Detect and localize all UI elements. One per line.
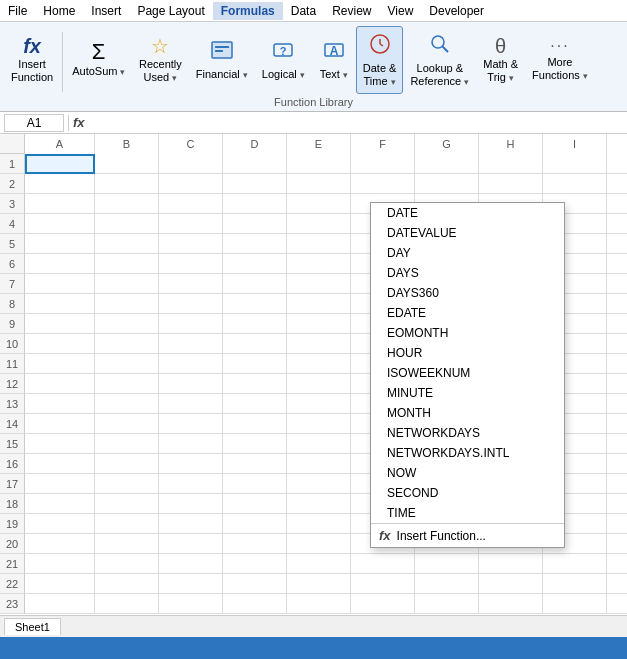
dropdown-item-date[interactable]: DATE — [371, 203, 564, 223]
cell-J8[interactable] — [607, 294, 627, 314]
formula-input[interactable] — [89, 116, 623, 130]
cell-C23[interactable] — [159, 594, 223, 614]
cell-D19[interactable] — [223, 514, 287, 534]
cell-C13[interactable] — [159, 394, 223, 414]
cell-E6[interactable] — [287, 254, 351, 274]
cell-E5[interactable] — [287, 234, 351, 254]
cell-J11[interactable] — [607, 354, 627, 374]
cell-B12[interactable] — [95, 374, 159, 394]
cell-D13[interactable] — [223, 394, 287, 414]
cell-F1[interactable] — [351, 154, 415, 174]
col-header-g[interactable]: G — [415, 134, 479, 154]
cell-B5[interactable] — [95, 234, 159, 254]
cell-C3[interactable] — [159, 194, 223, 214]
cell-I23[interactable] — [543, 594, 607, 614]
dropdown-item-month[interactable]: MONTH — [371, 403, 564, 423]
col-header-a[interactable]: A — [25, 134, 95, 154]
cell-A17[interactable] — [25, 474, 95, 494]
cell-A6[interactable] — [25, 254, 95, 274]
cell-D16[interactable] — [223, 454, 287, 474]
insert-function-footer[interactable]: fx Insert Function... — [371, 523, 564, 547]
lookup-reference-btn[interactable]: Lookup &Reference ▾ — [403, 26, 476, 94]
dropdown-item-day[interactable]: DAY — [371, 243, 564, 263]
cell-F2[interactable] — [351, 174, 415, 194]
cell-D1[interactable] — [223, 154, 287, 174]
cell-H2[interactable] — [479, 174, 543, 194]
cell-A10[interactable] — [25, 334, 95, 354]
cell-C6[interactable] — [159, 254, 223, 274]
cell-E22[interactable] — [287, 574, 351, 594]
cell-J19[interactable] — [607, 514, 627, 534]
cell-A23[interactable] — [25, 594, 95, 614]
cell-D9[interactable] — [223, 314, 287, 334]
menu-formulas[interactable]: Formulas — [213, 2, 283, 20]
cell-G23[interactable] — [415, 594, 479, 614]
cell-J23[interactable] — [607, 594, 627, 614]
cell-D14[interactable] — [223, 414, 287, 434]
cell-J4[interactable] — [607, 214, 627, 234]
cell-J3[interactable] — [607, 194, 627, 214]
cell-E18[interactable] — [287, 494, 351, 514]
cell-D15[interactable] — [223, 434, 287, 454]
cell-F22[interactable] — [351, 574, 415, 594]
autosum-btn[interactable]: Σ AutoSum ▾ — [65, 26, 132, 94]
cell-C7[interactable] — [159, 274, 223, 294]
sheet-tab-sheet1[interactable]: Sheet1 — [4, 618, 61, 635]
dropdown-item-networkdaysintl[interactable]: NETWORKDAYS.INTL — [371, 443, 564, 463]
recently-used-btn[interactable]: ☆ RecentlyUsed ▾ — [132, 26, 189, 94]
cell-C12[interactable] — [159, 374, 223, 394]
cell-B17[interactable] — [95, 474, 159, 494]
cell-E3[interactable] — [287, 194, 351, 214]
cell-G22[interactable] — [415, 574, 479, 594]
dropdown-item-datevalue[interactable]: DATEVALUE — [371, 223, 564, 243]
cell-B2[interactable] — [95, 174, 159, 194]
cell-A11[interactable] — [25, 354, 95, 374]
cell-C8[interactable] — [159, 294, 223, 314]
cell-A2[interactable] — [25, 174, 95, 194]
cell-B13[interactable] — [95, 394, 159, 414]
cell-E17[interactable] — [287, 474, 351, 494]
cell-D21[interactable] — [223, 554, 287, 574]
cell-E1[interactable] — [287, 154, 351, 174]
cell-F23[interactable] — [351, 594, 415, 614]
menu-file[interactable]: File — [0, 2, 35, 20]
cell-J16[interactable] — [607, 454, 627, 474]
cell-D20[interactable] — [223, 534, 287, 554]
cell-B3[interactable] — [95, 194, 159, 214]
cell-A19[interactable] — [25, 514, 95, 534]
cell-J10[interactable] — [607, 334, 627, 354]
cell-H21[interactable] — [479, 554, 543, 574]
cell-B20[interactable] — [95, 534, 159, 554]
cell-D23[interactable] — [223, 594, 287, 614]
cell-D6[interactable] — [223, 254, 287, 274]
cell-A12[interactable] — [25, 374, 95, 394]
cell-C14[interactable] — [159, 414, 223, 434]
cell-C11[interactable] — [159, 354, 223, 374]
cell-B9[interactable] — [95, 314, 159, 334]
more-functions-btn[interactable]: ··· MoreFunctions ▾ — [525, 26, 595, 94]
cell-C4[interactable] — [159, 214, 223, 234]
col-header-b[interactable]: B — [95, 134, 159, 154]
menu-data[interactable]: Data — [283, 2, 324, 20]
insert-function-btn[interactable]: fx InsertFunction — [4, 26, 60, 94]
dropdown-item-now[interactable]: NOW — [371, 463, 564, 483]
cell-J18[interactable] — [607, 494, 627, 514]
cell-J6[interactable] — [607, 254, 627, 274]
cell-J21[interactable] — [607, 554, 627, 574]
dropdown-item-edate[interactable]: EDATE — [371, 303, 564, 323]
cell-A22[interactable] — [25, 574, 95, 594]
cell-J14[interactable] — [607, 414, 627, 434]
cell-A21[interactable] — [25, 554, 95, 574]
cell-H23[interactable] — [479, 594, 543, 614]
cell-B7[interactable] — [95, 274, 159, 294]
cell-B15[interactable] — [95, 434, 159, 454]
cell-C9[interactable] — [159, 314, 223, 334]
date-time-btn[interactable]: Date &Time ▾ — [356, 26, 404, 94]
cell-D4[interactable] — [223, 214, 287, 234]
cell-C22[interactable] — [159, 574, 223, 594]
cell-A5[interactable] — [25, 234, 95, 254]
cell-E20[interactable] — [287, 534, 351, 554]
menu-page-layout[interactable]: Page Layout — [129, 2, 212, 20]
cell-J17[interactable] — [607, 474, 627, 494]
col-header-j[interactable]: J — [607, 134, 627, 154]
